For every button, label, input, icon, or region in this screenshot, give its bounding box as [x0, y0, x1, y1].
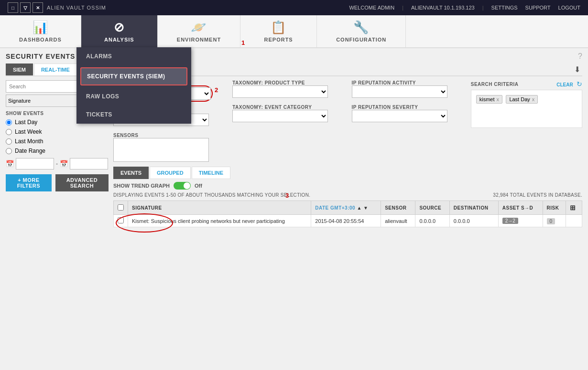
dropdown-alarms[interactable]: ALARMS [76, 47, 191, 65]
display-info: DISPLAYING EVENTS 1-50 OF ABOUT THOUSAND… [113, 192, 582, 198]
trend-state: Off [195, 183, 202, 189]
taxonomy-event-select[interactable] [232, 110, 328, 122]
ip-severity-select[interactable] [352, 110, 447, 122]
trend-toggle[interactable] [174, 182, 191, 190]
row-actions [566, 215, 582, 227]
taxonomy-product-label: TAXONOMY: PRODUCT TYPE [232, 80, 344, 85]
dropdown-siem[interactable]: SECURITY EVENTS (SIEM) [80, 67, 187, 85]
display-count: DISPLAYING EVENTS 1-50 OF ABOUT THOUSAND… [113, 192, 310, 198]
date-to-input[interactable] [70, 158, 108, 169]
nav-analysis[interactable]: ⊘ ANALYSIS [81, 15, 158, 47]
logo-box-1: □ [8, 2, 18, 13]
remove-kismet[interactable]: x [497, 96, 500, 102]
settings-link[interactable]: SETTINGS [491, 5, 518, 11]
taxonomy-product-select[interactable] [232, 85, 328, 98]
analysis-dropdown: ALARMS SECURITY EVENTS (SIEM) RAW LOGS T… [76, 47, 191, 124]
sep1: | [402, 5, 403, 11]
reports-icon: 📋 [271, 20, 286, 35]
criteria-actions: CLEAR ↻ [556, 80, 582, 88]
th-date[interactable]: DATE GMT+3:00 ▲ ▼ [311, 201, 381, 215]
events-tabs: EVENTS GROUPED TIMELINE [113, 167, 582, 179]
events-tab-events[interactable]: EVENTS [113, 167, 149, 179]
calendar-end-icon[interactable]: 📅 [60, 160, 68, 168]
asset-value: 2→2 [502, 218, 518, 224]
row-signature: Kismet: Suspicious client probing networ… [128, 215, 311, 227]
nav-analysis-label: ANALYSIS [104, 37, 134, 42]
row-destination: 0.0.0.0 [449, 215, 498, 227]
th-sensor: SENSOR [381, 201, 415, 215]
radio-last-month[interactable]: Last Month [6, 138, 109, 145]
th-source: SOURCE [415, 201, 449, 215]
sensors-input[interactable] [113, 138, 209, 162]
topbar-right: WELCOME ADMIN | ALIENVAULT 10.1.193.123 … [349, 5, 580, 11]
nav-configuration-label: CONFIGURATION [336, 37, 386, 42]
trend-row: SHOW TREND GRAPH Off [113, 182, 582, 190]
export-icon[interactable]: ⊞ [570, 204, 576, 211]
refresh-icon[interactable]: ↻ [577, 80, 582, 88]
clear-button[interactable]: CLEAR [556, 82, 573, 87]
download-icon[interactable]: ⬇ [574, 65, 580, 74]
events-tab-timeline[interactable]: TIMELINE [192, 167, 230, 179]
dropdown-raw-logs[interactable]: RAW LOGS [76, 87, 191, 106]
tab-real-time[interactable]: REAL-TIME [34, 63, 77, 75]
nav-dashboards[interactable]: 📊 DASHBOARDS [0, 15, 81, 47]
advanced-search-button[interactable]: ADVANCED SEARCH [55, 174, 109, 191]
sensors-label: SENSORS [113, 133, 225, 138]
date-from-input[interactable] [16, 158, 54, 169]
action-buttons: + MORE FILTERS ADVANCED SEARCH [6, 174, 109, 191]
th-check [114, 201, 128, 215]
support-link[interactable]: SUPPORT [525, 5, 551, 11]
row-checkbox[interactable] [118, 217, 124, 223]
row-source: 0.0.0.0 [415, 215, 449, 227]
row-risk: 0 [543, 215, 566, 227]
help-icon[interactable]: ? [578, 52, 582, 61]
search-criteria-label: SEARCH CRITERIA [471, 82, 519, 87]
remove-lastday[interactable]: x [532, 96, 535, 102]
events-table: SIGNATURE DATE GMT+3:00 ▲ ▼ SENSOR SOURC… [113, 201, 582, 227]
configuration-icon: 🔧 [353, 20, 369, 35]
logout-link[interactable]: LOGOUT [558, 5, 580, 11]
step1-label: 1 [241, 39, 245, 46]
more-filters-button[interactable]: + MORE FILTERS [6, 174, 52, 191]
table-row: Kismet: Suspicious client probing networ… [114, 215, 582, 227]
taxonomy-product-group: TAXONOMY: PRODUCT TYPE [232, 80, 344, 98]
total-count: 32,984 TOTAL EVENTS IN DATABASE. [493, 192, 582, 198]
nav-environment-label: ENVIRONMENT [177, 37, 221, 42]
tab-siem[interactable]: SIEM [6, 63, 33, 75]
radio-group: Last Day Last Week Last Month Date Range [6, 119, 109, 154]
radio-last-week[interactable]: Last Week [6, 128, 109, 135]
logo-box-3: ✕ [33, 2, 43, 13]
nav-environment[interactable]: 🪐 ENVIRONMENT [158, 15, 240, 47]
risk-value: 0 [547, 218, 555, 224]
ip-activity-label: IP REPUTATION ACTIVITY [352, 80, 463, 85]
dropdown-tickets[interactable]: TICKETS [76, 106, 191, 124]
th-risk: RISK [543, 201, 566, 215]
nav-configuration[interactable]: 🔧 CONFIGURATION [317, 15, 406, 47]
criteria-tag-kismet: kismet x [476, 95, 502, 104]
nav-reports[interactable]: 📋 REPORTS [240, 15, 317, 47]
alienvault-host: ALIENVAULT 10.1.193.123 [411, 5, 475, 11]
date-sort-desc: ▼ [363, 205, 368, 211]
logo-area: □ ▽ ✕ [8, 2, 43, 13]
th-destination: DESTINATION [449, 201, 498, 215]
brand-name: ALIEN VAULT OSSIM [47, 5, 106, 11]
date-sort-asc: ▲ [357, 205, 361, 211]
ip-activity-select[interactable] [352, 85, 447, 98]
select-all-checkbox[interactable] [118, 204, 124, 211]
radio-date-range[interactable]: Date Range [6, 148, 109, 154]
toggle-knob [184, 182, 190, 189]
th-signature: SIGNATURE [128, 201, 311, 215]
calendar-start-icon[interactable]: 📅 [6, 160, 14, 168]
topbar-left: □ ▽ ✕ ALIEN VAULT OSSIM [8, 2, 106, 13]
th-actions: ⊞ [566, 201, 582, 215]
row-asset: 2→2 [498, 215, 543, 227]
row-date: 2015-04-08 20:55:54 [311, 215, 381, 227]
filter-col-4: SEARCH CRITERIA CLEAR ↻ kismet x [471, 80, 582, 162]
step3-label: 3 [285, 192, 289, 199]
nav-reports-label: REPORTS [264, 37, 293, 42]
ip-severity-label: IP REPUTATION SEVERITY [352, 105, 463, 110]
nav-dashboards-label: DASHBOARDS [19, 37, 62, 42]
criteria-tag-lastday: Last Day x [506, 95, 538, 104]
events-tab-grouped[interactable]: GROUPED [150, 167, 191, 179]
th-asset: ASSET S→D [498, 201, 543, 215]
